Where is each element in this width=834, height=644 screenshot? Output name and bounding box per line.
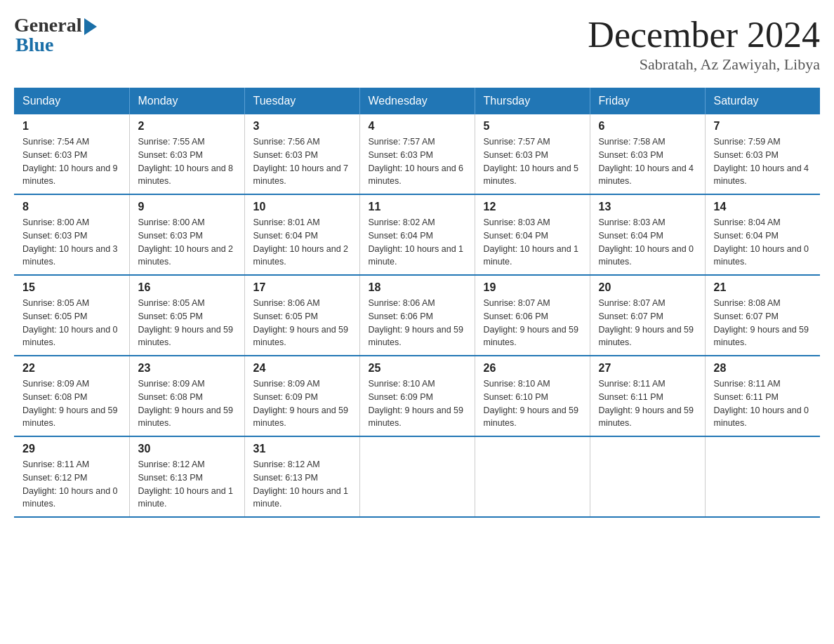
day-number: 30 — [138, 443, 236, 455]
calendar-cell: 21 Sunrise: 8:08 AMSunset: 6:07 PMDaylig… — [705, 275, 820, 356]
day-info: Sunrise: 7:56 AMSunset: 6:03 PMDaylight:… — [253, 135, 351, 188]
day-number: 26 — [484, 362, 581, 375]
day-info: Sunrise: 8:12 AMSunset: 6:13 PMDaylight:… — [138, 458, 236, 511]
calendar-cell: 2 Sunrise: 7:55 AMSunset: 6:03 PMDayligh… — [129, 114, 244, 194]
day-info: Sunrise: 8:07 AMSunset: 6:06 PMDaylight:… — [484, 297, 581, 349]
day-number: 8 — [22, 201, 121, 213]
calendar-cell: 20 Sunrise: 8:07 AMSunset: 6:07 PMDaylig… — [590, 275, 705, 356]
calendar-week-3: 15 Sunrise: 8:05 AMSunset: 6:05 PMDaylig… — [14, 275, 820, 356]
day-number: 15 — [22, 281, 121, 294]
header-wednesday: Wednesday — [359, 88, 475, 114]
calendar-cell: 8 Sunrise: 8:00 AMSunset: 6:03 PMDayligh… — [14, 194, 129, 275]
calendar-week-1: 1 Sunrise: 7:54 AMSunset: 6:03 PMDayligh… — [14, 114, 820, 194]
day-number: 24 — [253, 362, 351, 375]
day-info: Sunrise: 8:11 AMSunset: 6:12 PMDaylight:… — [22, 458, 121, 511]
calendar-cell: 4 Sunrise: 7:57 AMSunset: 6:03 PMDayligh… — [359, 114, 475, 194]
day-info: Sunrise: 8:06 AMSunset: 6:06 PMDaylight:… — [369, 297, 466, 349]
calendar-cell: 23 Sunrise: 8:09 AMSunset: 6:08 PMDaylig… — [129, 356, 244, 436]
header-sunday: Sunday — [14, 88, 129, 114]
calendar-cell: 1 Sunrise: 7:54 AMSunset: 6:03 PMDayligh… — [14, 114, 129, 194]
calendar-cell: 15 Sunrise: 8:05 AMSunset: 6:05 PMDaylig… — [14, 275, 129, 356]
calendar-cell — [359, 436, 475, 517]
day-number: 28 — [714, 362, 812, 375]
day-info: Sunrise: 8:01 AMSunset: 6:04 PMDaylight:… — [253, 216, 351, 269]
calendar-cell: 24 Sunrise: 8:09 AMSunset: 6:09 PMDaylig… — [244, 356, 359, 436]
calendar-cell: 31 Sunrise: 8:12 AMSunset: 6:13 PMDaylig… — [244, 436, 359, 517]
calendar-cell: 3 Sunrise: 7:56 AMSunset: 6:03 PMDayligh… — [244, 114, 359, 194]
day-info: Sunrise: 8:09 AMSunset: 6:08 PMDaylight:… — [138, 377, 236, 430]
day-info: Sunrise: 8:06 AMSunset: 6:05 PMDaylight:… — [253, 297, 351, 349]
day-number: 19 — [484, 281, 581, 294]
day-info: Sunrise: 8:08 AMSunset: 6:07 PMDaylight:… — [714, 297, 812, 349]
logo-blue-text: Blue — [14, 34, 53, 56]
calendar-cell: 29 Sunrise: 8:11 AMSunset: 6:12 PMDaylig… — [14, 436, 129, 517]
day-number: 1 — [22, 120, 121, 133]
day-info: Sunrise: 8:09 AMSunset: 6:08 PMDaylight:… — [22, 377, 121, 430]
day-info: Sunrise: 7:57 AMSunset: 6:03 PMDaylight:… — [369, 135, 466, 188]
calendar-cell: 14 Sunrise: 8:04 AMSunset: 6:04 PMDaylig… — [705, 194, 820, 275]
day-info: Sunrise: 8:03 AMSunset: 6:04 PMDaylight:… — [484, 216, 581, 269]
page-header: General Blue December 2024 Sabratah, Az … — [14, 14, 820, 74]
day-info: Sunrise: 8:09 AMSunset: 6:09 PMDaylight:… — [253, 377, 351, 430]
calendar-cell — [475, 436, 590, 517]
day-info: Sunrise: 7:54 AMSunset: 6:03 PMDaylight:… — [22, 135, 121, 188]
calendar-cell: 12 Sunrise: 8:03 AMSunset: 6:04 PMDaylig… — [475, 194, 590, 275]
day-number: 17 — [253, 281, 351, 294]
day-number: 25 — [369, 362, 466, 375]
logo: General Blue — [14, 14, 97, 56]
calendar-cell: 10 Sunrise: 8:01 AMSunset: 6:04 PMDaylig… — [244, 194, 359, 275]
day-info: Sunrise: 8:07 AMSunset: 6:07 PMDaylight:… — [599, 297, 696, 349]
title-area: December 2024 Sabratah, Az Zawiyah, Liby… — [588, 14, 820, 74]
day-info: Sunrise: 8:04 AMSunset: 6:04 PMDaylight:… — [714, 216, 812, 269]
day-number: 12 — [484, 201, 581, 213]
day-info: Sunrise: 8:10 AMSunset: 6:09 PMDaylight:… — [369, 377, 466, 430]
day-number: 6 — [599, 120, 696, 133]
calendar-cell: 27 Sunrise: 8:11 AMSunset: 6:11 PMDaylig… — [590, 356, 705, 436]
calendar-week-4: 22 Sunrise: 8:09 AMSunset: 6:08 PMDaylig… — [14, 356, 820, 436]
day-number: 22 — [22, 362, 121, 375]
calendar-cell: 30 Sunrise: 8:12 AMSunset: 6:13 PMDaylig… — [129, 436, 244, 517]
calendar-cell: 19 Sunrise: 8:07 AMSunset: 6:06 PMDaylig… — [475, 275, 590, 356]
header-saturday: Saturday — [705, 88, 820, 114]
calendar-cell: 18 Sunrise: 8:06 AMSunset: 6:06 PMDaylig… — [359, 275, 475, 356]
day-info: Sunrise: 8:02 AMSunset: 6:04 PMDaylight:… — [369, 216, 466, 269]
day-info: Sunrise: 8:00 AMSunset: 6:03 PMDaylight:… — [22, 216, 121, 269]
day-number: 11 — [369, 201, 466, 213]
calendar-cell: 28 Sunrise: 8:11 AMSunset: 6:11 PMDaylig… — [705, 356, 820, 436]
calendar-week-2: 8 Sunrise: 8:00 AMSunset: 6:03 PMDayligh… — [14, 194, 820, 275]
day-number: 16 — [138, 281, 236, 294]
day-info: Sunrise: 7:59 AMSunset: 6:03 PMDaylight:… — [714, 135, 812, 188]
day-number: 23 — [138, 362, 236, 375]
calendar-cell: 22 Sunrise: 8:09 AMSunset: 6:08 PMDaylig… — [14, 356, 129, 436]
day-info: Sunrise: 8:11 AMSunset: 6:11 PMDaylight:… — [599, 377, 696, 430]
day-info: Sunrise: 8:11 AMSunset: 6:11 PMDaylight:… — [714, 377, 812, 430]
calendar-cell: 25 Sunrise: 8:10 AMSunset: 6:09 PMDaylig… — [359, 356, 475, 436]
day-number: 14 — [714, 201, 812, 213]
day-number: 21 — [714, 281, 812, 294]
day-info: Sunrise: 7:58 AMSunset: 6:03 PMDaylight:… — [599, 135, 696, 188]
calendar-table: SundayMondayTuesdayWednesdayThursdayFrid… — [14, 88, 820, 518]
day-number: 2 — [138, 120, 236, 133]
calendar-cell: 5 Sunrise: 7:57 AMSunset: 6:03 PMDayligh… — [475, 114, 590, 194]
day-number: 13 — [599, 201, 696, 213]
day-info: Sunrise: 8:05 AMSunset: 6:05 PMDaylight:… — [138, 297, 236, 349]
day-info: Sunrise: 7:57 AMSunset: 6:03 PMDaylight:… — [484, 135, 581, 188]
day-info: Sunrise: 8:00 AMSunset: 6:03 PMDaylight:… — [138, 216, 236, 269]
calendar-cell: 11 Sunrise: 8:02 AMSunset: 6:04 PMDaylig… — [359, 194, 475, 275]
day-number: 9 — [138, 201, 236, 213]
day-number: 3 — [253, 120, 351, 133]
day-number: 10 — [253, 201, 351, 213]
day-number: 20 — [599, 281, 696, 294]
day-info: Sunrise: 8:12 AMSunset: 6:13 PMDaylight:… — [253, 458, 351, 511]
calendar-week-5: 29 Sunrise: 8:11 AMSunset: 6:12 PMDaylig… — [14, 436, 820, 517]
day-info: Sunrise: 8:05 AMSunset: 6:05 PMDaylight:… — [22, 297, 121, 349]
header-monday: Monday — [129, 88, 244, 114]
calendar-cell: 16 Sunrise: 8:05 AMSunset: 6:05 PMDaylig… — [129, 275, 244, 356]
day-number: 5 — [484, 120, 581, 133]
header-thursday: Thursday — [475, 88, 590, 114]
location-title: Sabratah, Az Zawiyah, Libya — [588, 55, 820, 74]
day-number: 29 — [22, 443, 121, 455]
calendar-cell: 13 Sunrise: 8:03 AMSunset: 6:04 PMDaylig… — [590, 194, 705, 275]
day-number: 18 — [369, 281, 466, 294]
day-info: Sunrise: 7:55 AMSunset: 6:03 PMDaylight:… — [138, 135, 236, 188]
